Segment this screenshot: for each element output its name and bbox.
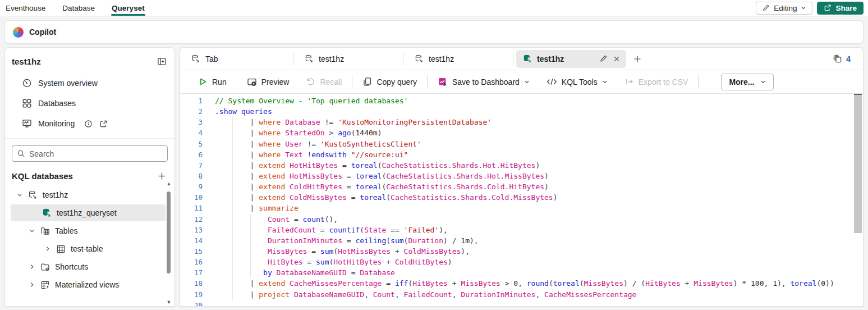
line-number: 3 — [180, 117, 203, 127]
close-tab-icon[interactable] — [613, 55, 621, 63]
tab-1[interactable]: Tab — [180, 48, 293, 70]
export-to-csv-button[interactable]: Export to CSV — [624, 77, 688, 86]
code-line[interactable]: 12 Count = count(), — [180, 214, 863, 225]
line-number: 15 — [180, 246, 203, 257]
code-line[interactable]: 8 | extend HotMissBytes = toreal(CacheSt… — [180, 171, 863, 181]
run-play-icon — [198, 77, 208, 86]
code-line[interactable]: 20 — [180, 300, 863, 306]
code-line[interactable]: 4 | where StartedOn > ago(1440m) — [180, 127, 863, 138]
code-line[interactable]: 1// System Overview - 'Top queried datab… — [180, 95, 863, 106]
line-number: 19 — [180, 289, 203, 300]
indent-guide — [232, 214, 233, 225]
search-input[interactable] — [29, 149, 163, 158]
tree-item-tables[interactable]: Tables — [11, 222, 166, 239]
more-button[interactable]: More... — [721, 74, 773, 90]
code-line[interactable]: 19 | project DatabaseNameGUID, Count, Fa… — [180, 289, 863, 300]
chevron-right-icon[interactable] — [29, 281, 35, 288]
line-number: 7 — [180, 160, 203, 171]
line-number: 20 — [180, 300, 203, 306]
editing-mode-button[interactable]: Editing — [756, 2, 812, 15]
tree-scrollbar-thumb[interactable] — [167, 192, 171, 273]
code-line[interactable]: 16 HitBytes = sum(HotHitBytes + ColdHitB… — [180, 257, 863, 267]
monitoring-extra-icons — [84, 120, 108, 128]
tree-item-shortcuts[interactable]: Shortcuts — [11, 258, 166, 275]
collapse-panel-button[interactable] — [156, 56, 168, 67]
kql-databases-title: KQL databases — [12, 171, 73, 181]
chevron-down-icon[interactable] — [29, 227, 35, 234]
tab-3[interactable]: test1hz — [403, 48, 513, 70]
line-number: 18 — [180, 278, 203, 289]
queryset-tab-icon — [415, 54, 424, 63]
copilot-bar[interactable]: Copilot — [4, 20, 864, 44]
sidebar-item-label: System overview — [38, 79, 98, 88]
add-database-button[interactable] — [156, 170, 168, 182]
query-editor[interactable]: 1// System Overview - 'Top queried datab… — [180, 94, 863, 306]
chevron-down-icon[interactable] — [16, 192, 23, 198]
sidebar-header: test1hz — [5, 54, 174, 73]
toolbar-separator — [427, 75, 428, 89]
sidebar-item-databases[interactable]: Databases — [5, 93, 174, 113]
tab-4-active[interactable]: test1hz — [516, 50, 626, 68]
editor-scrollbar-thumb[interactable] — [854, 95, 862, 233]
save-to-dashboard-button[interactable]: Save to Dashboard — [438, 77, 530, 87]
code-line[interactable]: 2.show queries — [180, 106, 863, 117]
nav-item-eventhouse[interactable]: Eventhouse — [4, 2, 47, 14]
nav-item-database[interactable]: Database — [61, 2, 96, 14]
code-line[interactable]: 6 | where Text !endswith "//source:ui" — [180, 149, 863, 160]
copilot-icon — [13, 27, 24, 38]
scroll-up-icon[interactable]: ▲ — [166, 181, 172, 186]
info-icon[interactable] — [84, 120, 93, 128]
indent-guide — [250, 257, 251, 267]
sidebar-item-system-overview[interactable]: System overview — [5, 73, 174, 93]
nav-item-queryset[interactable]: Queryset — [111, 2, 146, 14]
tree-item-materialized-views[interactable]: Materialized views — [11, 276, 166, 293]
chevron-right-icon[interactable] — [29, 263, 35, 270]
code-line[interactable]: 5 | where User != 'KustoSyntheticsClient… — [180, 139, 863, 149]
code-line[interactable]: 10 | extend ColdMissBytes = toreal(Cache… — [180, 192, 863, 203]
code-line[interactable]: 7 | extend HotHitBytes = toreal(CacheSta… — [180, 160, 863, 171]
code-line[interactable]: 13 FailedCount = countif(State == 'Faile… — [180, 225, 863, 235]
line-number: 13 — [180, 225, 203, 235]
tab-label: test1hz — [537, 54, 564, 63]
scroll-down-icon[interactable]: ▼ — [166, 300, 172, 305]
open-external-icon[interactable] — [99, 120, 108, 128]
indent-guide — [232, 160, 233, 171]
tree-item-test1hz-queryset[interactable]: test1hz_queryset — [11, 204, 166, 221]
add-tab-button[interactable] — [633, 54, 642, 63]
copy-query-label: Copy query — [376, 78, 417, 86]
tree-item-test-table[interactable]: test-table — [11, 240, 166, 257]
run-button[interactable]: Run — [198, 77, 227, 86]
kql-tools-button[interactable]: KQL Tools — [546, 77, 608, 86]
line-number: 5 — [180, 139, 203, 149]
sidebar-item-monitoring[interactable]: Monitoring — [5, 113, 174, 134]
preview-button[interactable]: Preview — [247, 77, 290, 87]
line-number: 16 — [180, 257, 203, 267]
line-number: 9 — [180, 181, 203, 192]
export-icon — [624, 77, 634, 86]
recall-button[interactable]: Recall — [306, 77, 342, 86]
rename-tab-icon[interactable] — [599, 54, 608, 63]
code-line[interactable]: 14 DurationInMinutes = ceiling(sum(Durat… — [180, 235, 863, 246]
tree-item-label: Materialized views — [55, 280, 119, 289]
chevron-right-icon[interactable] — [44, 245, 51, 252]
copy-query-button[interactable]: Copy query — [362, 77, 417, 86]
code-line[interactable]: 11 | summarize — [180, 203, 863, 213]
code-line[interactable]: 18 | extend CacheMissesPercentage = iff(… — [180, 278, 863, 289]
tab-2[interactable]: test1hz — [293, 48, 403, 70]
editor-scrollbar[interactable] — [854, 94, 862, 306]
code-line[interactable]: 9 | extend ColdHitBytes = toreal(CacheSt… — [180, 181, 863, 192]
code-line[interactable]: 17 by DatabaseNameGUID = Database — [180, 267, 863, 278]
preview-label: Preview — [261, 78, 290, 86]
line-number: 4 — [180, 127, 203, 138]
tables-folder-icon — [40, 226, 50, 236]
code-line[interactable]: 15 MissBytes = sum(HotMissBytes + ColdMi… — [180, 246, 863, 257]
tab-bar: Tab test1hz test1hz — [180, 48, 863, 70]
indent-guide — [232, 225, 233, 235]
tree-scrollbar[interactable]: ▲ ▼ — [166, 181, 172, 305]
share-button[interactable]: Share — [817, 2, 864, 15]
open-tabs-count[interactable]: 4 — [833, 54, 851, 63]
recall-label: Recall — [320, 78, 342, 86]
tree-item-database-test1hz[interactable]: test1hz — [11, 186, 166, 203]
line-number: 2 — [180, 106, 203, 117]
code-line[interactable]: 3 | where Database != 'KustoMonitoringPe… — [180, 117, 863, 127]
